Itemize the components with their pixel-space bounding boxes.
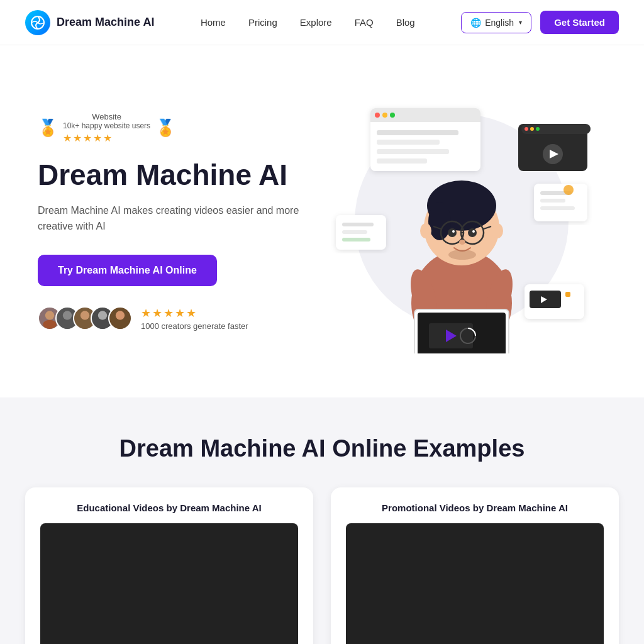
get-started-button[interactable]: Get Started bbox=[540, 11, 619, 34]
svg-point-50 bbox=[452, 230, 455, 233]
star-1: ★ bbox=[63, 132, 72, 144]
try-button[interactable]: Try Dream Machine AI Online bbox=[38, 255, 217, 286]
hero-title: Dream Machine AI bbox=[38, 159, 317, 191]
proof-star-4: ★ bbox=[175, 306, 185, 320]
nav-logo[interactable]: Dream Machine AI bbox=[25, 10, 154, 35]
svg-point-9 bbox=[116, 311, 125, 320]
laurel-left-icon: 🏅 bbox=[38, 118, 58, 138]
nav-pricing[interactable]: Pricing bbox=[248, 17, 277, 28]
chevron-down-icon: ▾ bbox=[519, 19, 522, 26]
laurel-right-icon: 🏅 bbox=[155, 118, 175, 138]
proof-star-5: ★ bbox=[186, 306, 196, 320]
svg-rect-64 bbox=[565, 292, 570, 297]
nav-links: Home Pricing Explore FAQ Blog bbox=[201, 17, 415, 28]
hero-content: 🏅 Website 10k+ happy website users ★ ★ ★… bbox=[38, 112, 317, 331]
examples-section: Dream Machine AI Online Examples Educati… bbox=[0, 397, 644, 644]
avatar-5 bbox=[108, 306, 132, 330]
proof-label: 1000 creators generate faster bbox=[141, 321, 248, 331]
svg-rect-20 bbox=[377, 158, 427, 164]
example-card-2: Promotional Videos by Dream Machine AI ▶… bbox=[331, 487, 619, 644]
svg-point-48 bbox=[448, 228, 457, 237]
hero-description: Dream Machine AI makes creating videos e… bbox=[38, 203, 317, 235]
svg-point-24 bbox=[530, 127, 534, 131]
badge-title: Website bbox=[63, 112, 150, 121]
svg-point-42 bbox=[492, 223, 503, 238]
svg-rect-19 bbox=[377, 149, 449, 154]
proof-star-2: ★ bbox=[152, 306, 162, 320]
svg-point-4 bbox=[60, 320, 74, 329]
illustration-container bbox=[317, 89, 606, 353]
svg-rect-17 bbox=[377, 130, 458, 135]
proof-star-3: ★ bbox=[164, 306, 174, 320]
logo-icon bbox=[25, 10, 50, 35]
svg-point-53 bbox=[448, 250, 476, 260]
badge-sub: 10k+ happy website users bbox=[63, 121, 150, 130]
svg-point-6 bbox=[78, 320, 91, 329]
svg-point-3 bbox=[63, 311, 72, 320]
nav-blog[interactable]: Blog bbox=[396, 17, 415, 28]
proof-stars: ★ ★ ★ ★ ★ bbox=[141, 306, 248, 320]
svg-point-10 bbox=[113, 320, 126, 329]
star-5: ★ bbox=[103, 132, 112, 144]
star-3: ★ bbox=[83, 132, 92, 144]
svg-point-5 bbox=[80, 311, 89, 320]
hero-svg bbox=[317, 89, 606, 353]
hero-section: 🏅 Website 10k+ happy website users ★ ★ ★… bbox=[0, 45, 644, 397]
svg-point-25 bbox=[536, 127, 540, 131]
svg-point-32 bbox=[564, 185, 574, 195]
example-card-1: Educational Videos by Dream Machine AI ▶… bbox=[25, 487, 313, 644]
example-card-1-title: Educational Videos by Dream Machine AI bbox=[40, 502, 298, 513]
svg-rect-31 bbox=[540, 206, 575, 210]
svg-point-2 bbox=[43, 320, 56, 329]
svg-point-14 bbox=[375, 113, 380, 118]
social-proof: ★ ★ ★ ★ ★ 1000 creators generate faster bbox=[38, 306, 317, 331]
svg-rect-30 bbox=[540, 199, 565, 203]
svg-point-41 bbox=[420, 223, 431, 238]
svg-point-51 bbox=[472, 230, 475, 233]
nav-home[interactable]: Home bbox=[201, 17, 226, 28]
svg-point-1 bbox=[45, 311, 54, 320]
nav-explore[interactable]: Explore bbox=[300, 17, 332, 28]
star-4: ★ bbox=[93, 132, 102, 144]
proof-star-1: ★ bbox=[141, 306, 151, 320]
nav-faq[interactable]: FAQ bbox=[355, 17, 374, 28]
svg-point-16 bbox=[390, 113, 395, 118]
hero-illustration bbox=[317, 89, 606, 353]
svg-rect-18 bbox=[377, 140, 440, 145]
svg-point-8 bbox=[96, 320, 109, 329]
language-button[interactable]: 🌐 English ▾ bbox=[461, 12, 531, 33]
svg-point-40 bbox=[428, 203, 451, 240]
svg-point-52 bbox=[459, 240, 465, 245]
nav-logo-text: Dream Machine AI bbox=[57, 16, 154, 29]
lang-label: English bbox=[485, 18, 514, 28]
examples-title: Dream Machine AI Online Examples bbox=[25, 435, 619, 462]
nav-right: 🌐 English ▾ Get Started bbox=[461, 11, 619, 34]
lang-flag: 🌐 bbox=[470, 18, 481, 28]
navbar: Dream Machine AI Home Pricing Explore FA… bbox=[0, 0, 644, 45]
badge-row: 🏅 Website 10k+ happy website users ★ ★ ★… bbox=[38, 112, 317, 144]
proof-text: ★ ★ ★ ★ ★ 1000 creators generate faster bbox=[141, 306, 248, 331]
svg-point-15 bbox=[382, 113, 387, 118]
video-player-2[interactable]: ▶ 0:00 🔊 ⛶ ⋮ bbox=[346, 523, 604, 644]
svg-rect-35 bbox=[342, 230, 367, 234]
star-2: ★ bbox=[73, 132, 82, 144]
badge-text: Website 10k+ happy website users ★ ★ ★ ★… bbox=[63, 112, 150, 144]
svg-rect-34 bbox=[342, 223, 374, 226]
svg-rect-13 bbox=[370, 116, 480, 122]
svg-point-23 bbox=[525, 127, 528, 131]
svg-point-49 bbox=[468, 228, 477, 237]
svg-point-7 bbox=[98, 311, 107, 320]
badge-stars: ★ ★ ★ ★ ★ bbox=[63, 132, 150, 144]
avatar-group bbox=[38, 306, 132, 330]
video-player-1[interactable]: ▶ 0:00 🔊 ⛶ ⋮ bbox=[40, 523, 298, 644]
examples-grid: Educational Videos by Dream Machine AI ▶… bbox=[25, 487, 619, 644]
example-card-2-title: Promotional Videos by Dream Machine AI bbox=[346, 502, 604, 513]
svg-rect-36 bbox=[342, 238, 370, 242]
